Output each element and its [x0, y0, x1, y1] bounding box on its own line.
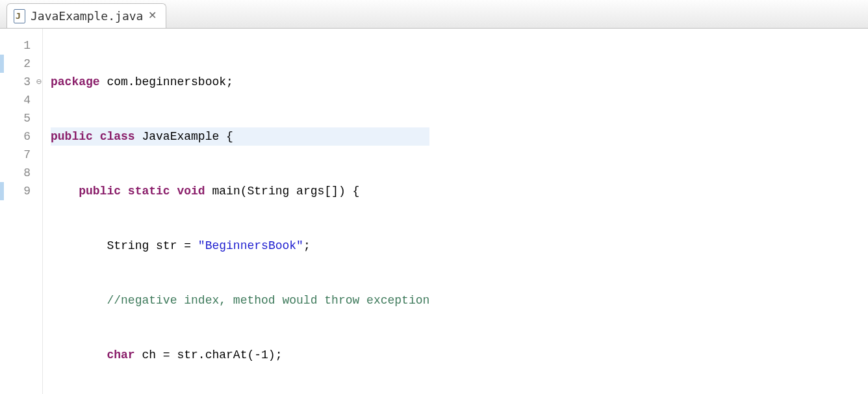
editor-tab-bar: JavaExample.java ✕	[0, 0, 868, 29]
editor-tab-javaexample[interactable]: JavaExample.java ✕	[6, 3, 166, 28]
line-number: 9	[0, 182, 41, 200]
line-number[interactable]: 3	[0, 73, 41, 91]
line-number: 8	[0, 164, 41, 182]
java-file-icon	[14, 9, 25, 23]
editor-body: 1 2 3 4 5 6 7 8 9 package com.beginnersb…	[0, 29, 868, 394]
line-number: 4	[0, 91, 41, 109]
editor-tab-label: JavaExample.java	[31, 9, 143, 23]
close-icon[interactable]: ✕	[148, 9, 157, 21]
line-number: 6	[0, 127, 41, 146]
code-editor[interactable]: package com.beginnersbook; public class …	[43, 29, 429, 394]
line-number: 5	[0, 109, 41, 127]
line-number-gutter: 1 2 3 4 5 6 7 8 9	[0, 29, 43, 394]
line-number: 1	[0, 36, 41, 55]
line-number: 2	[0, 55, 41, 73]
line-number: 7	[0, 146, 41, 164]
